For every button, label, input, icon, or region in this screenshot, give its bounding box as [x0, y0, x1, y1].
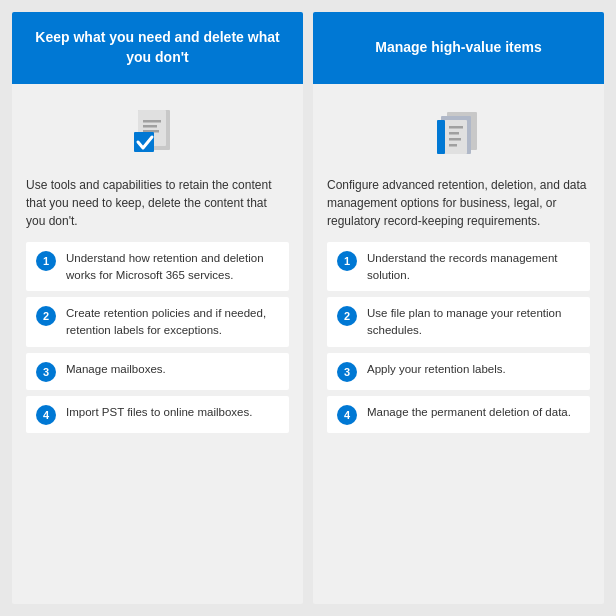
manage-step-num-4: 4 [337, 405, 357, 425]
retain-step-text-4: Import PST files to online mailboxes. [66, 404, 252, 421]
retain-steps: 1 Understand how retention and deletion … [26, 242, 289, 433]
main-container: Keep what you need and delete what you d… [0, 0, 616, 616]
retain-step-num-2: 2 [36, 306, 56, 326]
manage-step-num-1: 1 [337, 251, 357, 271]
manage-step-4: 4 Manage the permanent deletion of data. [327, 396, 590, 433]
retain-step-text-2: Create retention policies and if needed,… [66, 305, 279, 338]
card-manage-header: Manage high-value items [313, 12, 604, 84]
manage-step-2: 2 Use file plan to manage your retention… [327, 297, 590, 346]
card-manage-body: Configure advanced retention, deletion, … [313, 84, 604, 604]
manage-icon-area [327, 100, 590, 164]
svg-rect-11 [449, 132, 459, 135]
retain-step-1: 1 Understand how retention and deletion … [26, 242, 289, 291]
card-retain-header: Keep what you need and delete what you d… [12, 12, 303, 84]
manage-step-num-2: 2 [337, 306, 357, 326]
card-manage: Manage high-value items [313, 12, 604, 604]
card-retain: Keep what you need and delete what you d… [12, 12, 303, 604]
manage-step-3: 3 Apply your retention labels. [327, 353, 590, 390]
manage-description: Configure advanced retention, deletion, … [327, 176, 590, 230]
manage-step-text-1: Understand the records management soluti… [367, 250, 580, 283]
manage-step-text-3: Apply your retention labels. [367, 361, 506, 378]
manage-step-text-2: Use file plan to manage your retention s… [367, 305, 580, 338]
manage-step-text-4: Manage the permanent deletion of data. [367, 404, 571, 421]
svg-rect-9 [437, 120, 445, 154]
manage-steps: 1 Understand the records management solu… [327, 242, 590, 433]
retain-step-num-1: 1 [36, 251, 56, 271]
card-retain-body: Use tools and capabilities to retain the… [12, 84, 303, 604]
svg-rect-3 [143, 125, 157, 128]
retain-step-4: 4 Import PST files to online mailboxes. [26, 396, 289, 433]
manage-step-num-3: 3 [337, 362, 357, 382]
card-retain-title: Keep what you need and delete what you d… [28, 28, 287, 67]
retain-description: Use tools and capabilities to retain the… [26, 176, 289, 230]
svg-rect-10 [449, 126, 463, 129]
svg-rect-13 [449, 144, 457, 147]
card-manage-title: Manage high-value items [375, 38, 541, 58]
retain-step-3: 3 Manage mailboxes. [26, 353, 289, 390]
retain-step-text-3: Manage mailboxes. [66, 361, 166, 378]
retain-step-2: 2 Create retention policies and if neede… [26, 297, 289, 346]
manage-icon [427, 100, 491, 164]
manage-step-1: 1 Understand the records management solu… [327, 242, 590, 291]
retain-step-num-3: 3 [36, 362, 56, 382]
retain-step-text-1: Understand how retention and deletion wo… [66, 250, 279, 283]
retain-step-num-4: 4 [36, 405, 56, 425]
retain-icon [126, 100, 190, 164]
svg-rect-12 [449, 138, 461, 141]
svg-rect-2 [143, 120, 161, 123]
retain-icon-area [26, 100, 289, 164]
